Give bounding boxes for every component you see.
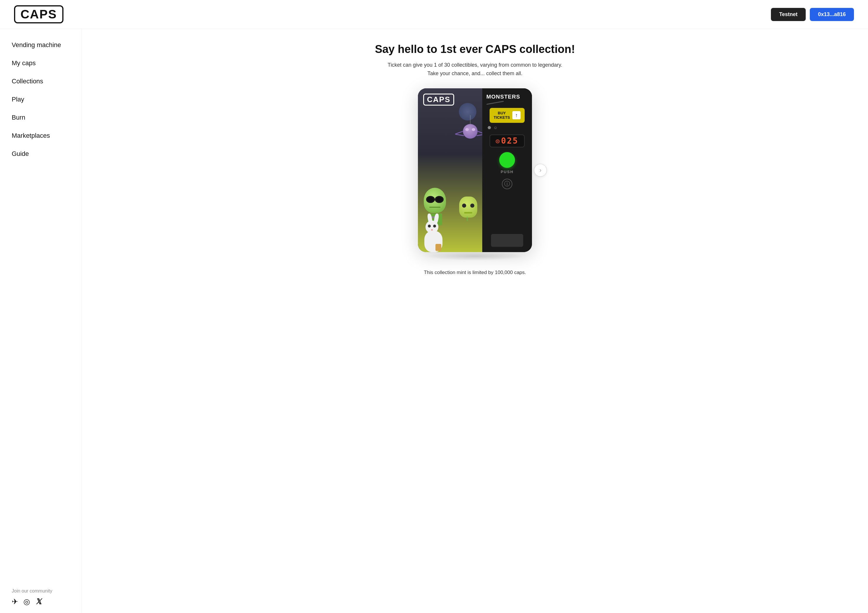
buy-tickets-label: BUYTICKETS [494,111,510,120]
telegram-icon[interactable]: ✈ [12,597,18,606]
buy-tickets-button[interactable]: BUYTICKETS ↑ [490,108,525,123]
discord-icon[interactable]: ◎ [23,597,30,606]
push-section: PUSH [499,152,515,174]
main-subtitle: Ticket can give you 1 of 30 collectibles… [388,61,562,78]
sidebar-item-burn[interactable]: Burn [0,109,82,127]
sidebar-item-play[interactable]: Play [0,90,82,109]
sidebar-item-my-caps[interactable]: My caps [0,54,82,72]
vm-right-panel: MONSTERS BUYTICKETS ↑ ⬣ ☺ ◎ [482,88,532,252]
header: CAPS Testnet 0x13...a816 [0,0,868,29]
sidebar-community: Join our community ✈ ◎ 𝕏 [0,579,82,606]
vm-slot [491,234,523,247]
buy-tickets-icon: ↑ [512,111,521,119]
network-button[interactable]: Testnet [771,8,806,21]
sidebar: Vending machine My caps Collections Play… [0,29,82,613]
twitter-icon[interactable]: 𝕏 [36,597,42,606]
vending-machine-wrap: CAPS [414,88,536,252]
logo: CAPS [14,5,64,23]
sidebar-item-collections[interactable]: Collections [0,72,82,90]
social-icons: ✈ ◎ 𝕏 [12,597,70,606]
main-title: Say hello to 1st ever CAPS collection! [375,43,575,56]
vm-monsters-label: MONSTERS [486,93,520,100]
vm-caps-label: CAPS [423,93,454,106]
vending-machine: CAPS [418,88,532,252]
sidebar-item-vending-machine[interactable]: Vending machine [0,36,82,54]
counter-prefix: ◎ [496,137,501,144]
community-label: Join our community [12,588,70,594]
vm-shadow [428,252,522,260]
footer-note: This collection mint is limited by 100,0… [424,270,526,276]
push-button[interactable] [499,152,515,168]
push-label: PUSH [501,170,513,174]
header-actions: Testnet 0x13...a816 [771,8,854,21]
carousel-next-button[interactable]: › [534,164,547,177]
info-button[interactable]: ⓘ [502,179,512,189]
buy-icon-1: ⬣ [488,125,491,130]
layout: Vending machine My caps Collections Play… [0,29,868,613]
vm-left-panel: CAPS [418,88,482,252]
vm-characters [418,121,482,252]
wallet-button[interactable]: 0x13...a816 [810,8,854,21]
vm-counter-display: ◎ 025 [490,135,525,147]
buy-icon-2: ☺ [493,125,498,130]
main-content: Say hello to 1st ever CAPS collection! T… [82,29,868,613]
counter-value: 025 [501,136,519,146]
sidebar-item-marketplaces[interactable]: Marketplaces [0,127,82,145]
sidebar-item-guide[interactable]: Guide [0,145,82,163]
